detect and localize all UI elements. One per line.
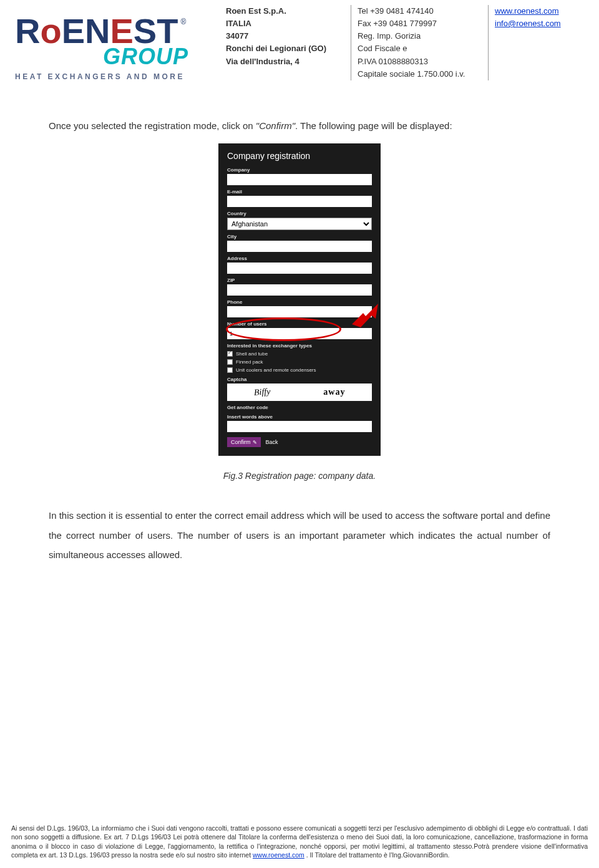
check-shell-label: Shell and tube — [236, 351, 268, 357]
logo-tagline: HEAT EXCHANGERS AND MORE — [15, 72, 188, 81]
label-interested: Interested in these exchanger types — [227, 343, 372, 349]
form-title: Company registration — [227, 151, 372, 161]
pencil-icon: ✎ — [253, 440, 257, 445]
check-shell-row[interactable]: Shell and tube — [227, 351, 372, 357]
footer-link[interactable]: www.roenest.com — [253, 851, 304, 859]
label-email: E-mail — [227, 189, 372, 195]
checkbox-icon[interactable] — [227, 351, 233, 357]
check-unit-row[interactable]: Unit coolers and remote condensers — [227, 367, 372, 373]
website-link[interactable]: www.roenest.com — [495, 6, 559, 16]
street: Via dell'Industria, 4 — [226, 55, 344, 68]
city-field[interactable] — [227, 241, 372, 252]
label-insert-words: Insert words above — [227, 414, 372, 420]
cod-fiscale: Cod Fiscale e — [358, 42, 482, 55]
phone-field[interactable] — [227, 306, 372, 317]
logo: RoENEST ® GROUP HEAT EXCHANGERS AND MORE — [11, 5, 188, 81]
intro-text-b: . The following page will be displayed: — [295, 120, 452, 131]
checkbox-icon[interactable] — [227, 367, 233, 373]
tel: Tel +39 0481 474140 — [358, 5, 482, 17]
label-num-users: Number of users — [227, 321, 372, 327]
city-line: Ronchi dei Legionari (GO) — [226, 42, 344, 55]
figure-caption: Fig.3 Registration page: company data. — [11, 471, 588, 481]
registered-mark: ® — [180, 17, 186, 26]
label-captcha: Captcha — [227, 377, 372, 382]
email-link[interactable]: info@roenest.com — [495, 19, 561, 28]
label-phone: Phone — [227, 299, 372, 305]
company-name: Roen Est S.p.A. — [226, 5, 344, 17]
label-company: Company — [227, 167, 372, 173]
header-contact: Tel +39 0481 474140 Fax +39 0481 779997 … — [351, 5, 488, 80]
confirm-quote: "Confirm" — [256, 120, 295, 131]
captcha-word-2: away — [323, 387, 345, 397]
logo-letter: R — [15, 11, 40, 51]
num-users-field[interactable] — [227, 328, 372, 339]
explanation-paragraph: In this section it is essential to enter… — [49, 506, 550, 565]
header-address: Roen Est S.p.A. ITALIA 34077 Ronchi dei … — [226, 5, 351, 80]
registration-form-screenshot: Company registration Company E-mail Coun… — [218, 143, 381, 456]
legal-footer: Ai sensi del D.Lgs. 196/03, La informiam… — [11, 824, 588, 859]
capitale: Capitale sociale 1.750.000 i.v. — [358, 68, 482, 80]
country: ITALIA — [226, 17, 344, 30]
label-country: Country — [227, 211, 372, 216]
intro-paragraph: Once you selected the registration mode,… — [49, 115, 550, 136]
get-another-code[interactable]: Get another code — [227, 405, 372, 410]
confirm-button-label: Confirm — [231, 439, 251, 445]
country-select[interactable]: Afghanistan — [227, 218, 372, 230]
zip-field[interactable] — [227, 284, 372, 296]
logo-letter: o — [40, 11, 61, 51]
footer-text-b: . Il Titolare del trattamento è l'Ing.Gi… — [304, 851, 450, 859]
back-button[interactable]: Back — [266, 439, 278, 445]
header-links: www.roenest.com info@roenest.com — [488, 5, 588, 80]
checkbox-icon[interactable] — [227, 359, 233, 365]
fax: Fax +39 0481 779997 — [358, 17, 482, 30]
label-address: Address — [227, 256, 372, 261]
confirm-button[interactable]: Confirm ✎ — [227, 437, 261, 447]
label-city: City — [227, 234, 372, 239]
postal-code: 34077 — [226, 30, 344, 42]
captcha-word-1: Biffy — [253, 387, 270, 398]
page-header: RoENEST ® GROUP HEAT EXCHANGERS AND MORE… — [11, 5, 588, 81]
company-field[interactable] — [227, 174, 372, 185]
check-unit-label: Unit coolers and remote condensers — [236, 367, 316, 373]
header-info: Roen Est S.p.A. ITALIA 34077 Ronchi dei … — [226, 5, 588, 80]
intro-text-a: Once you selected the registration mode,… — [49, 120, 256, 131]
reg-imp: Reg. Imp. Gorizia — [358, 30, 482, 42]
email-field[interactable] — [227, 196, 372, 207]
check-finned-row[interactable]: Finned pack — [227, 359, 372, 365]
captcha-image: Biffy away — [227, 383, 372, 401]
label-zip: ZIP — [227, 277, 372, 283]
check-finned-label: Finned pack — [236, 359, 263, 365]
address-field[interactable] — [227, 263, 372, 274]
piva: P.IVA 01088880313 — [358, 55, 482, 68]
captcha-input[interactable] — [227, 421, 372, 432]
